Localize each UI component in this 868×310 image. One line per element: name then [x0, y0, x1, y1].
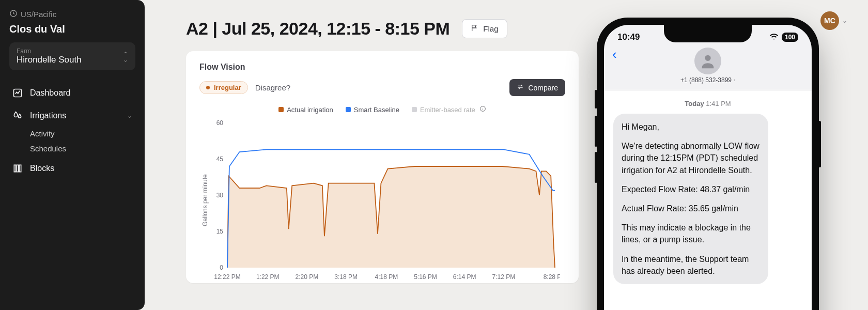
flag-icon — [471, 24, 479, 34]
nav-blocks-label: Blocks — [30, 164, 54, 173]
message-header: ‹ +1 (888) 532-3899 › — [604, 44, 812, 90]
legend-swatch-icon — [278, 107, 284, 112]
status-dot-icon — [206, 86, 210, 89]
svg-text:1:22 PM: 1:22 PM — [256, 273, 280, 281]
contact-number[interactable]: +1 (888) 532-3899 › — [680, 76, 735, 84]
svg-text:4:18 PM: 4:18 PM — [375, 273, 398, 281]
phone-mockup: 10:49 100 ‹ +1 (888) 532-3899 › Today 1:… — [597, 18, 819, 310]
msg-line: Hi Megan, — [622, 121, 760, 133]
message-thread: Today 1:41 PM Hi Megan, We're detecting … — [604, 90, 812, 310]
swap-icon — [517, 83, 524, 92]
legend-actual: Actual irrigation — [278, 105, 333, 114]
legend-swatch-icon — [346, 107, 351, 112]
nav-irrigations[interactable]: Irrigations ⌄ — [9, 105, 135, 126]
clock-icon — [9, 9, 18, 19]
flow-chart: 01530456012:22 PM1:22 PM2:20 PM3:18 PM4:… — [209, 118, 560, 283]
svg-point-20 — [705, 55, 710, 61]
svg-rect-3 — [17, 165, 18, 172]
svg-text:45: 45 — [216, 156, 224, 163]
svg-text:60: 60 — [216, 119, 224, 127]
battery-icon: 100 — [782, 33, 798, 42]
disagree-link[interactable]: Disagree? — [255, 83, 290, 92]
msg-line: This may indicate a blockage in the line… — [622, 222, 760, 245]
svg-text:30: 30 — [216, 192, 224, 199]
compare-button-label: Compare — [528, 84, 558, 92]
blocks-icon — [12, 163, 23, 174]
flow-vision-card: Flow Vision Irregular Disagree? Compare … — [186, 51, 579, 283]
phone-side-button — [595, 152, 597, 183]
msg-line: We're detecting abnormally LOW flow duri… — [622, 140, 760, 176]
chart-container: Gallons per minute 01530456012:22 PM1:22… — [199, 118, 565, 283]
phone-notch — [664, 25, 752, 42]
phone-side-button — [595, 116, 597, 147]
phone-side-button — [595, 90, 597, 109]
svg-text:5:16 PM: 5:16 PM — [414, 273, 437, 281]
wifi-icon — [769, 32, 779, 42]
svg-text:8:28 PM: 8:28 PM — [544, 273, 560, 281]
msg-line: In the meantime, the Support team has al… — [622, 253, 760, 277]
card-subheader: Irregular Disagree? Compare — [199, 79, 565, 96]
phone-side-button — [818, 121, 821, 167]
svg-text:15: 15 — [216, 228, 224, 235]
info-icon[interactable] — [479, 105, 486, 114]
sidebar: US/Pacific Clos du Val Farm Hirondelle S… — [0, 0, 145, 310]
flag-button-label: Flag — [483, 24, 498, 33]
svg-rect-2 — [14, 165, 16, 172]
droplets-icon — [12, 111, 23, 121]
nav-irrigations-label: Irrigations — [30, 111, 66, 120]
timezone-text: US/Pacific — [21, 10, 56, 19]
y-axis-label: Gallons per minute — [199, 118, 209, 283]
card-title: Flow Vision — [199, 63, 565, 72]
svg-text:7:12 PM: 7:12 PM — [492, 273, 516, 281]
contact-avatar-icon[interactable] — [694, 48, 721, 74]
chevron-up-down-icon: ⌃⌃ — [123, 53, 128, 60]
nav-blocks[interactable]: Blocks — [9, 158, 135, 179]
org-name: Clos du Val — [9, 23, 135, 35]
svg-text:12:22 PM: 12:22 PM — [214, 273, 240, 281]
farm-selector-label: Farm — [17, 48, 82, 55]
nav-schedules[interactable]: Schedules — [9, 141, 135, 156]
farm-selector-value: Hirondelle South — [17, 55, 82, 65]
nav-activity[interactable]: Activity — [9, 126, 135, 141]
msg-line: Expected Flow Rate: 48.37 gal/min — [622, 183, 760, 195]
farm-selector[interactable]: Farm Hirondelle South ⌃⌃ — [9, 42, 135, 70]
svg-rect-4 — [19, 165, 21, 172]
svg-text:3:18 PM: 3:18 PM — [334, 273, 358, 281]
svg-text:2:20 PM: 2:20 PM — [296, 273, 319, 281]
back-icon[interactable]: ‹ — [612, 47, 617, 63]
incoming-message-bubble: Hi Megan, We're detecting abnormally LOW… — [613, 114, 768, 284]
legend-emitter: Emitter-based rate — [412, 105, 486, 114]
chevron-down-icon: ⌄ — [127, 112, 132, 119]
thread-timestamp: Today 1:41 PM — [613, 100, 802, 107]
irregular-badge: Irregular — [199, 81, 248, 94]
msg-line: Actual Flow Rate: 35.65 gal/min — [622, 203, 760, 214]
chart-legend: Actual irrigation Smart Baseline Emitter… — [199, 105, 565, 114]
nav-dashboard-label: Dashboard — [30, 88, 70, 98]
irregular-badge-label: Irregular — [214, 84, 241, 91]
chevron-right-icon: › — [734, 78, 735, 83]
timezone-row: US/Pacific — [9, 9, 135, 19]
phone-time: 10:49 — [617, 32, 640, 42]
nav-dashboard[interactable]: Dashboard — [9, 83, 135, 103]
svg-text:0: 0 — [220, 264, 223, 271]
legend-baseline: Smart Baseline — [346, 105, 399, 114]
flag-button[interactable]: Flag — [462, 19, 507, 38]
dashboard-icon — [12, 88, 23, 98]
svg-text:6:14 PM: 6:14 PM — [453, 273, 476, 281]
legend-swatch-icon — [412, 107, 417, 112]
page-title: A2 | Jul 25, 2024, 12:15 - 8:15 PM — [186, 19, 450, 39]
compare-button[interactable]: Compare — [509, 79, 565, 96]
